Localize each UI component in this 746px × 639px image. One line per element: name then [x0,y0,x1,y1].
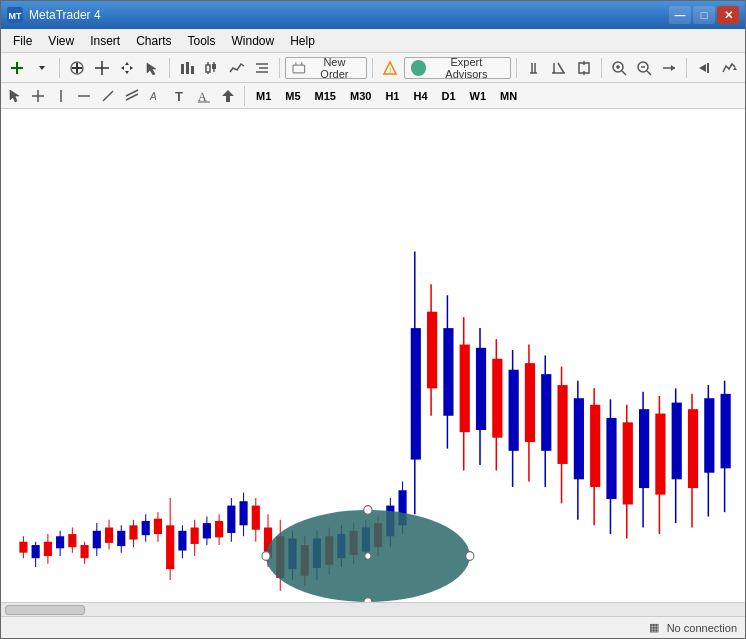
new-order-label: New Order [309,56,361,80]
menu-tools[interactable]: Tools [180,32,224,50]
menu-charts[interactable]: Charts [128,32,179,50]
handle-top[interactable] [364,506,372,515]
new-order-button[interactable]: New Order [285,57,367,79]
chart-container[interactable]: Ellipse [1,109,745,602]
fib-tool[interactable]: A [145,86,167,106]
svg-rect-166 [688,409,698,488]
crosshair-tool[interactable] [27,86,49,106]
svg-rect-80 [93,531,101,549]
svg-rect-162 [655,414,665,495]
horizontal-scrollbar[interactable] [1,602,745,616]
period-mn[interactable]: MN [494,86,523,106]
svg-marker-12 [121,66,124,70]
svg-rect-21 [212,64,216,69]
svg-rect-158 [623,422,633,504]
svg-rect-132 [411,328,421,459]
svg-line-46 [647,71,651,75]
period-h1[interactable]: H1 [379,86,405,106]
svg-marker-11 [125,71,129,74]
handle-right[interactable] [466,552,474,561]
line-chart-button[interactable] [225,57,249,79]
fix-scale-button[interactable] [572,57,595,79]
text-tool[interactable]: T [169,86,191,106]
period-m1[interactable]: M1 [250,86,277,106]
vertical-line-tool[interactable] [51,86,71,106]
menu-bar: File View Insert Charts Tools Window Hel… [1,29,745,53]
cursor-tool[interactable] [5,86,25,106]
svg-rect-154 [590,405,600,487]
menu-help[interactable]: Help [282,32,323,50]
arrow-tool[interactable] [217,86,239,106]
toolbar1: New Order ! Expert Advisors [1,53,745,83]
handle-left[interactable] [262,552,270,561]
svg-rect-15 [181,64,184,74]
chart-svg [1,109,745,602]
period-m15[interactable]: M15 [309,86,342,106]
menu-insert[interactable]: Insert [82,32,128,50]
new-chart-button[interactable] [5,57,29,79]
handle-bottom[interactable] [364,598,372,602]
svg-marker-65 [222,90,234,102]
period-w1[interactable]: W1 [464,86,493,106]
svg-text:A: A [198,90,207,103]
app-window: MT MetaTrader 4 — □ ✕ File View Insert C… [0,0,746,639]
svg-marker-14 [147,63,156,75]
svg-rect-92 [166,525,174,569]
trendline-tool[interactable] [97,86,119,106]
minimize-button[interactable]: — [669,6,691,24]
status-bar: ▦ No connection [1,616,745,638]
svg-rect-170 [721,394,731,468]
autoscroll-button[interactable] [717,57,740,79]
zoom-out-2-button[interactable] [632,57,655,79]
toolbar-group-1 [5,57,54,79]
scrollbar-thumb[interactable] [5,605,85,615]
svg-rect-102 [227,506,235,533]
period-m30[interactable]: M30 [344,86,377,106]
zoom-in-chart-button[interactable] [522,57,545,79]
alert-button[interactable]: ! [378,57,401,79]
candle-chart-button[interactable] [200,57,224,79]
svg-rect-168 [704,398,714,472]
channel-tool[interactable] [121,86,143,106]
toolbar2: A T A M1 M5 M15 M30 H1 H4 D1 W1 MN [1,83,745,109]
close-button[interactable]: ✕ [717,6,739,24]
svg-rect-148 [541,374,551,451]
svg-rect-74 [56,536,64,548]
fix-button[interactable] [658,57,681,79]
label-tool[interactable]: A [193,86,215,106]
expert-advisors-button[interactable]: Expert Advisors [404,57,511,79]
menu-file[interactable]: File [5,32,40,50]
zoom-in-button[interactable] [65,57,89,79]
bar-chart-button[interactable] [175,57,199,79]
svg-text:T: T [175,89,183,103]
svg-rect-150 [557,385,567,464]
period-m5[interactable]: M5 [279,86,306,106]
arrow-dropdown-button[interactable] [30,57,54,79]
handle-center[interactable] [365,553,371,560]
indent-button[interactable] [250,57,274,79]
zoom-in-2-button[interactable] [607,57,630,79]
separator-2 [169,58,170,78]
period-d1[interactable]: D1 [436,86,462,106]
title-bar: MT MetaTrader 4 — □ ✕ [1,1,745,29]
period-h4[interactable]: H4 [407,86,433,106]
zoom-out-chart-button[interactable] [547,57,570,79]
pointer-button[interactable] [140,57,164,79]
menu-view[interactable]: View [40,32,82,50]
scroll-end-button[interactable] [692,57,715,79]
menu-window[interactable]: Window [224,32,283,50]
bars-indicator: ▦ [649,621,659,634]
svg-rect-136 [443,328,453,416]
svg-marker-53 [10,90,19,102]
svg-rect-144 [509,370,519,451]
svg-rect-72 [44,542,52,556]
horizontal-line-tool[interactable] [73,86,95,106]
pan-button[interactable] [115,57,139,79]
svg-rect-17 [191,66,194,74]
svg-rect-76 [68,534,76,547]
svg-rect-98 [203,523,211,538]
crosshair-button[interactable] [90,57,114,79]
svg-rect-78 [80,545,88,558]
maximize-button[interactable]: □ [693,6,715,24]
connection-status: No connection [667,622,737,634]
